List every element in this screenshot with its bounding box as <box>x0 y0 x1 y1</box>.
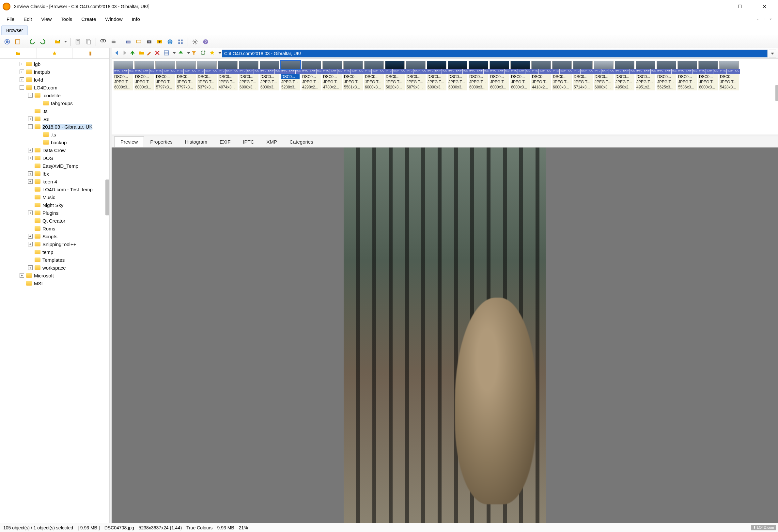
tree-label[interactable]: backup <box>51 140 67 145</box>
thumbnail-image[interactable] <box>552 61 572 69</box>
tree-label[interactable]: LO4D.com <box>34 85 58 90</box>
capture-icon[interactable] <box>145 37 154 46</box>
copy-icon[interactable] <box>84 37 93 46</box>
thumbnail-image[interactable] <box>448 61 467 69</box>
tree-label[interactable]: keen 4 <box>43 179 57 184</box>
expand-icon[interactable]: + <box>28 234 32 239</box>
thumbnail-grid[interactable]: IPTCEXIFICCDSC0...JPEG T...6000x3...IPTC… <box>111 59 778 135</box>
expand-icon[interactable]: + <box>28 148 32 152</box>
tree-scrollbar-thumb[interactable] <box>105 179 109 215</box>
tree-node[interactable]: temp <box>0 248 109 256</box>
thumbnail-image[interactable] <box>469 61 488 69</box>
tree-node[interactable]: EasyXviD_Temp <box>0 162 109 170</box>
expand-icon[interactable]: + <box>28 156 32 160</box>
tree-label[interactable]: DOS <box>43 155 53 161</box>
mdi-close-button[interactable]: x <box>770 17 772 21</box>
save-icon[interactable] <box>73 37 83 46</box>
tree-label[interactable]: Night Sky <box>43 202 63 208</box>
preview-pane[interactable] <box>111 148 778 523</box>
mdi-maximize-button[interactable]: □ <box>763 17 765 21</box>
tree-node[interactable]: Roms <box>0 225 109 232</box>
edit-path-icon[interactable] <box>146 50 153 57</box>
up-icon[interactable] <box>129 50 136 57</box>
menu-tools[interactable]: Tools <box>61 16 72 22</box>
rotate-ccw-icon[interactable] <box>28 37 37 46</box>
tree-node[interactable]: +lo4d <box>0 76 109 84</box>
thumbnail-image[interactable] <box>573 61 593 69</box>
thumbnail-image[interactable] <box>218 61 238 69</box>
expand-icon[interactable]: + <box>19 77 24 82</box>
tree-node[interactable]: tabgroups <box>0 99 109 107</box>
thumbnail-image[interactable] <box>531 61 551 69</box>
thumbnail-image[interactable] <box>239 61 258 69</box>
expand-icon[interactable]: + <box>19 62 24 66</box>
tree-node[interactable]: +inetpub <box>0 68 109 76</box>
tree-label[interactable]: workspace <box>43 265 66 271</box>
thumbnail-image[interactable] <box>511 61 530 69</box>
open-icon[interactable] <box>53 37 62 46</box>
delete-icon[interactable] <box>154 50 161 57</box>
tree-node[interactable]: -2018.03 - Gibraltar, UK <box>0 123 109 131</box>
thumbnail-image[interactable] <box>155 61 175 69</box>
maximize-button[interactable]: ☐ <box>732 2 747 11</box>
tree-label[interactable]: Scripts <box>43 234 58 239</box>
tree-label[interactable]: inetpub <box>34 69 50 75</box>
tree-label[interactable]: lo4d <box>34 77 43 83</box>
thumbnail-image[interactable] <box>281 61 300 69</box>
collapse-icon[interactable]: - <box>28 124 32 129</box>
tree-label[interactable]: Roms <box>43 226 55 231</box>
thumbnail-item[interactable]: IPTCEXIFICCDSC0...JPEG T...5625x3... <box>656 61 676 90</box>
tree-node[interactable]: +Data Crow <box>0 146 109 154</box>
thumbnail-image[interactable] <box>594 61 614 69</box>
tree-label[interactable]: .vs <box>43 116 49 122</box>
tree-node[interactable]: Templates <box>0 256 109 264</box>
thumbnail-item[interactable]: IPTCEXIFICCDSC0...JPEG T...6000x3... <box>448 61 467 90</box>
thumbnail-item[interactable]: IPTCEXIFICCDSC0...JPEG T...5379x3... <box>197 61 217 90</box>
refresh-icon[interactable] <box>200 50 206 57</box>
thumbnail-item[interactable]: IPTCEXIFICCDSC0...JPEG T...5536x3... <box>678 61 697 90</box>
tree-label[interactable]: fbx <box>43 171 49 176</box>
expand-icon[interactable]: + <box>28 117 32 121</box>
tree-label[interactable]: MSI <box>34 281 43 286</box>
info-tab-iptc[interactable]: IPTC <box>237 136 260 147</box>
expand-icon[interactable]: + <box>19 273 24 278</box>
thumbnail-item[interactable]: IPTCEXIFICCDSC0...JPEG T...5797x3... <box>176 61 196 90</box>
tree-label[interactable]: tabgroups <box>51 100 73 106</box>
info-tab-properties[interactable]: Properties <box>144 136 178 147</box>
address-path[interactable]: C:\LO4D.com\2018.03 - Gibraltar, UK\ <box>222 50 768 58</box>
info-tab-preview[interactable]: Preview <box>114 136 144 147</box>
thumbnail-image[interactable] <box>698 61 718 69</box>
menu-create[interactable]: Create <box>81 16 96 22</box>
thumbnail-image[interactable] <box>260 61 279 69</box>
tree-node[interactable]: +DOS <box>0 154 109 162</box>
thumbnail-item[interactable]: IPTCEXIFICCDSC0...JPEG T...5714x3... <box>573 61 593 90</box>
open-dropdown-icon[interactable] <box>63 37 68 46</box>
view-mode-icon[interactable] <box>163 50 170 57</box>
expand-icon[interactable]: + <box>28 171 32 176</box>
folder-tree[interactable]: +igb+inetpub+lo4d-LO4D.com-.codelitetabg… <box>0 59 109 523</box>
thumbnail-image[interactable] <box>427 61 447 69</box>
thumbnail-item[interactable]: IPTCEXIFICCDSC0...JPEG T...5428x3... <box>719 61 739 90</box>
thumbnail-item[interactable]: IPTCEXIFICCDSC0...JPEG T...4418x2... <box>531 61 551 90</box>
thumbnail-item[interactable]: IPTCEXIFICCDSC0...JPEG T...5581x3... <box>343 61 363 90</box>
thumbnail-image[interactable] <box>678 61 697 69</box>
tree-label[interactable]: Music <box>43 195 55 200</box>
menu-window[interactable]: Window <box>105 16 123 22</box>
dropdown-icon[interactable] <box>171 50 175 57</box>
thumbnail-image[interactable] <box>615 61 634 69</box>
mdi-minimize-button[interactable]: - <box>757 17 759 21</box>
tree-node[interactable]: +fbx <box>0 170 109 177</box>
thumbnail-item[interactable]: IPTCEXIFICCDSC0...JPEG T...6000x3... <box>239 61 258 90</box>
thumbnail-item[interactable]: IPTCEXIFICCDSC0...JPEG T...5620x3... <box>385 61 405 90</box>
fullscreen-icon[interactable] <box>13 37 22 46</box>
expand-icon[interactable]: + <box>19 70 24 74</box>
thumbnail-image[interactable] <box>343 61 363 69</box>
tree-label[interactable]: Templates <box>43 257 65 263</box>
thumbnail-item[interactable]: IPTCEXIFICCDSC0...JPEG T...4298x2... <box>302 61 321 90</box>
tree-label[interactable]: .ts <box>43 108 48 114</box>
thumbnail-item[interactable]: IPTCEXIFICCDSC0...JPEG T...6000x3... <box>698 61 718 90</box>
tree-label[interactable]: SnippingTool++ <box>43 241 76 247</box>
collapse-icon[interactable]: - <box>19 85 24 90</box>
slideshow-icon[interactable] <box>134 37 143 46</box>
search-icon[interactable] <box>98 37 108 46</box>
